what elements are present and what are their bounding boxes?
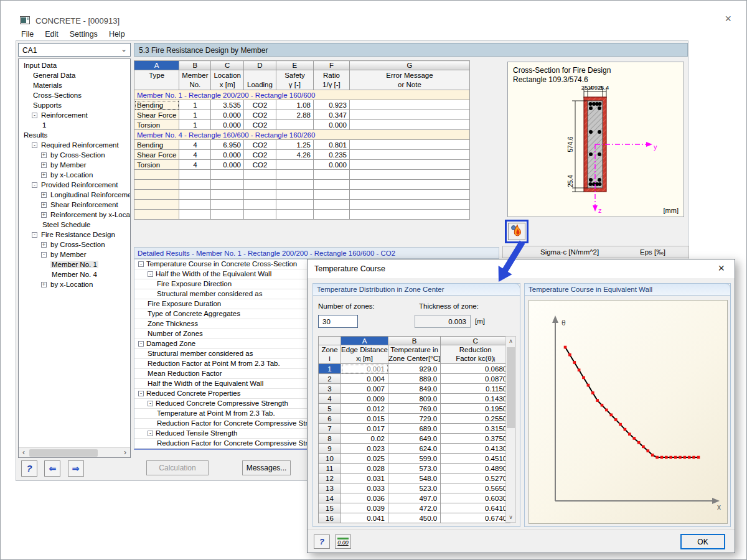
zone-row-header[interactable]: 14 [319,493,341,503]
zone-temperature[interactable]: 929.0 [388,364,441,374]
zone-reduction-factor[interactable]: 0.4130 [441,444,510,454]
zone-row-header[interactable]: 12 [319,474,341,483]
window-close-button[interactable]: × [725,13,731,24]
result-cell[interactable]: Bending [134,140,179,150]
design-case-select[interactable]: CA1 ⌄ [18,43,131,57]
tree-item[interactable]: +by Cross-Section [19,150,130,160]
zone-temperature[interactable]: 599.0 [388,454,441,464]
result-cell[interactable] [349,120,469,130]
collapse-icon[interactable]: - [32,182,37,188]
expand-icon[interactable]: + [41,242,47,248]
collapse-icon[interactable]: - [32,142,37,148]
result-cell[interactable]: CO2 [243,160,276,170]
zone-reduction-factor[interactable]: 0.1950 [441,404,510,414]
zone-edge-distance[interactable]: 0.007 [341,384,388,394]
result-cell[interactable]: CO2 [243,110,276,120]
zone-row-header[interactable]: 8 [319,434,341,444]
result-cell[interactable]: 0.000 [211,110,243,120]
zone-column-header-B[interactable]: B [388,337,441,345]
fire-design-button[interactable] [508,223,525,240]
tree-item[interactable]: Materials [19,80,130,90]
result-cell[interactable]: 0.347 [313,110,349,120]
menu-settings[interactable]: Settings [64,28,103,40]
collapse-icon[interactable]: - [148,431,153,436]
zone-edge-distance[interactable]: 0.023 [341,444,388,454]
scroll-down-arrow[interactable]: ∨ [506,513,515,522]
scroll-right-arrow[interactable]: › [120,448,130,457]
tree-item[interactable]: Results [19,130,130,140]
tree-item[interactable]: Member No. 4 [19,269,130,279]
zone-temperature[interactable]: 472.0 [388,503,441,513]
dialog-units-button[interactable]: 0.00 [335,534,351,549]
zone-reduction-factor[interactable]: 0.6740 [441,513,510,523]
zone-temperature[interactable]: 649.0 [388,434,441,444]
result-cell[interactable]: 3.535 [211,100,243,110]
result-cell[interactable]: Torsion [134,120,179,130]
zone-reduction-factor[interactable]: 0.5270 [441,474,510,483]
zone-column-header-A[interactable]: A [341,337,388,345]
zone-edge-distance[interactable]: 0.041 [341,513,388,523]
next-window-button[interactable]: ⇒ [68,460,84,477]
zone-temperature[interactable]: 523.0 [388,483,441,493]
zone-reduction-factor[interactable]: 0.4890 [441,464,510,474]
zone-edge-distance[interactable]: 0.039 [341,503,388,513]
zone-row-header[interactable]: 13 [319,483,341,493]
tree-item[interactable]: General Data [19,70,130,80]
expand-icon[interactable]: + [41,212,47,218]
zone-reduction-factor[interactable]: 0.6030 [441,493,510,503]
tree-item[interactable]: -Fire Resistance Design [19,230,130,240]
zone-reduction-factor[interactable]: 0.3750 [441,434,510,444]
zone-thickness-input[interactable] [415,315,471,328]
zone-edge-distance[interactable]: 0.009 [341,394,388,404]
column-header-A[interactable]: A [134,61,179,70]
zone-row-header[interactable]: 15 [319,503,341,513]
zone-temperature[interactable]: 548.0 [388,474,441,483]
zone-row-header[interactable]: 6 [319,414,341,424]
tree-item[interactable]: +by x-Location [19,170,130,180]
collapse-icon[interactable]: - [41,252,47,258]
zone-row-header[interactable]: 4 [319,394,341,404]
result-cell[interactable]: CO2 [243,140,276,150]
menu-edit[interactable]: Edit [39,28,64,40]
horizontal-scrollbar[interactable]: ‹ › [19,447,130,457]
zone-edge-distance[interactable]: 0.031 [341,474,388,483]
zone-row-header[interactable]: 3 [319,384,341,394]
result-cell[interactable]: Shear Force [134,110,179,120]
column-header-F[interactable]: F [313,61,349,70]
result-cell[interactable]: 0.000 [211,160,243,170]
zone-edge-distance[interactable]: 0.015 [341,414,388,424]
ok-button[interactable]: OK [680,534,725,549]
zone-column-header-C[interactable]: C [441,337,510,345]
tree-item[interactable]: +by Member [19,160,130,170]
result-cell[interactable] [276,160,313,170]
result-cell[interactable]: 6.950 [211,140,243,150]
column-header-B[interactable]: B [179,61,211,70]
zone-temperature[interactable]: 689.0 [388,424,441,434]
result-cell[interactable]: 4 [179,150,211,160]
zone-reduction-factor[interactable]: 0.3150 [441,424,510,434]
zone-reduction-factor[interactable]: 0.4510 [441,454,510,464]
zone-row-header[interactable]: 1 [319,364,341,374]
tree-item[interactable]: -Provided Reinforcement [19,180,130,190]
zone-temperature[interactable]: 624.0 [388,444,441,454]
dialog-help-button[interactable]: ? [314,534,330,549]
tree-item[interactable]: +Longitudinal Reinforcement [19,190,130,200]
zone-edge-distance[interactable]: 0.025 [341,454,388,464]
result-cell[interactable] [349,110,469,120]
scroll-thumb[interactable] [29,449,98,457]
result-cell[interactable]: 4.26 [276,150,313,160]
result-cell[interactable]: 1 [179,110,211,120]
expand-icon[interactable]: + [41,202,47,208]
zone-edge-distance[interactable]: 0.004 [341,374,388,384]
zone-edge-distance[interactable]: 0.02 [341,434,388,444]
zone-reduction-factor[interactable]: 0.1150 [441,384,510,394]
zone-reduction-factor[interactable]: 0.6410 [441,503,510,513]
column-header-E[interactable]: E [276,61,313,70]
zone-reduction-factor[interactable]: 0.0870 [441,374,510,384]
result-cell[interactable]: 1.25 [276,140,313,150]
zone-edge-distance[interactable]: 0.036 [341,493,388,503]
tree-item[interactable]: +Reinforcement by x-Location [19,210,130,220]
result-cell[interactable]: 1 [179,120,211,130]
tree-item[interactable]: -Required Reinforcement [19,140,130,150]
zone-reduction-factor[interactable]: 0.5650 [441,483,510,493]
